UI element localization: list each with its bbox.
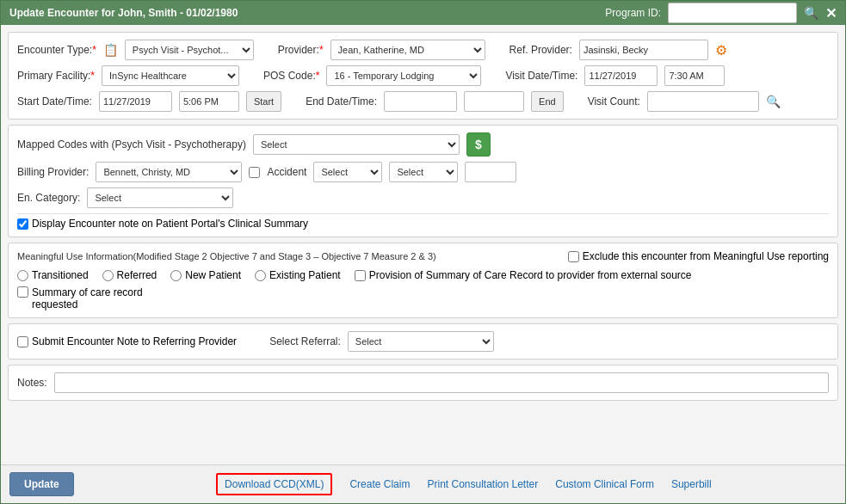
ref-provider-input[interactable] xyxy=(579,40,708,60)
accident-text-input[interactable] xyxy=(465,162,516,182)
exclude-checkbox-label[interactable]: Exclude this encounter from Meaningful U… xyxy=(568,250,829,262)
display-note-checkbox[interactable] xyxy=(17,218,28,230)
summary-care-checkbox-label[interactable] xyxy=(17,286,28,298)
billing-section: Mapped Codes with (Psych Visit - Psychot… xyxy=(8,125,838,237)
footer: Update Download CCD(XML) Create Claim Pr… xyxy=(1,464,845,503)
start-date-input[interactable] xyxy=(99,91,172,112)
exclude-label-text: Exclude this encounter from Meaningful U… xyxy=(583,250,829,262)
dollar-button[interactable]: $ xyxy=(466,132,491,157)
notes-label: Notes: xyxy=(17,377,47,389)
footer-links: Download CCD(XML) Create Claim Print Con… xyxy=(91,473,837,495)
summary-care-line1: Summary of care record xyxy=(32,286,143,298)
summary-care-text: Summary of care record requested xyxy=(32,286,143,310)
billing-provider-select[interactable]: Bennett, Christy, MD xyxy=(96,162,242,182)
visit-time-input[interactable] xyxy=(664,65,725,86)
start-time-input[interactable] xyxy=(179,91,239,112)
en-category-label: En. Category: xyxy=(17,192,80,204)
start-date-label: Start Date/Time: xyxy=(17,95,92,108)
create-claim-button[interactable]: Create Claim xyxy=(349,478,410,490)
new-patient-radio[interactable] xyxy=(170,270,182,281)
mapped-codes-select[interactable]: Select xyxy=(253,134,460,155)
row-2: Primary Facility:* InSync Healthcare POS… xyxy=(17,65,829,86)
title-bar: Update Encounter for John, Smith - 01/02… xyxy=(1,1,845,25)
end-date-input[interactable] xyxy=(384,91,457,112)
accident-checkbox[interactable] xyxy=(249,167,260,178)
row-3: Start Date/Time: Start End Date/Time: En… xyxy=(17,91,829,112)
pos-code-select[interactable]: 16 - Temporary Lodging xyxy=(326,65,481,86)
provision-checkbox[interactable] xyxy=(355,270,366,281)
primary-facility-select[interactable]: InSync Healthcare xyxy=(102,65,239,86)
meaningful-use-section: Meaningful Use Information(Modified Stag… xyxy=(8,243,838,318)
download-ccd-button[interactable]: Download CCD(XML) xyxy=(216,473,332,495)
referred-label: Referred xyxy=(117,269,157,281)
submit-note-checkbox-label[interactable]: Submit Encounter Note to Referring Provi… xyxy=(17,335,237,347)
mapped-codes-row: Mapped Codes with (Psych Visit - Psychot… xyxy=(17,132,829,157)
exclude-checkbox[interactable] xyxy=(568,251,579,262)
close-button[interactable]: ✕ xyxy=(825,5,837,22)
billing-row: Billing Provider: Bennett, Christy, MD A… xyxy=(17,162,829,182)
select-referral-label: Select Referral: xyxy=(269,335,341,347)
custom-clinical-button[interactable]: Custom Clinical Form xyxy=(555,478,654,490)
summary-care-row: Summary of care record requested xyxy=(17,286,829,310)
display-note-row: Display Encounter note on Patient Portal… xyxy=(17,218,829,230)
encounter-type-icon: 📋 xyxy=(103,43,118,57)
transitioned-radio[interactable] xyxy=(17,270,28,281)
meaningful-header: Meaningful Use Information(Modified Stag… xyxy=(17,250,829,262)
visit-count-label: Visit Count: xyxy=(588,95,640,108)
title-bar-right: Program ID: 🔍 ✕ xyxy=(605,3,837,23)
submit-note-label: Submit Encounter Note to Referring Provi… xyxy=(32,335,237,347)
accident-select-1[interactable]: Select xyxy=(313,162,382,182)
billing-provider-label: Billing Provider: xyxy=(17,166,89,178)
summary-care-checkbox[interactable] xyxy=(17,286,28,298)
window-title: Update Encounter for John, Smith - 01/02… xyxy=(9,7,238,19)
encounter-type-label: Encounter Type:* xyxy=(17,44,96,56)
provider-select[interactable]: Jean, Katherine, MD xyxy=(330,40,485,60)
end-button[interactable]: End xyxy=(531,91,564,112)
superbill-button[interactable]: Superbill xyxy=(671,478,712,490)
display-note-label: Display Encounter note on Patient Portal… xyxy=(32,218,308,230)
display-note-checkbox-label[interactable]: Display Encounter note on Patient Portal… xyxy=(17,218,308,230)
notes-input[interactable] xyxy=(54,372,829,393)
encounter-type-select[interactable]: Psych Visit - Psychot... xyxy=(125,40,254,60)
new-patient-radio-label[interactable]: New Patient xyxy=(170,269,241,281)
meaningful-use-title: Meaningful Use Information(Modified Stag… xyxy=(17,251,436,261)
transitioned-radio-label[interactable]: Transitioned xyxy=(17,269,89,281)
end-date-label: End Date/Time: xyxy=(306,95,377,108)
existing-patient-radio-label[interactable]: Existing Patient xyxy=(255,269,341,281)
program-id-input[interactable] xyxy=(668,3,797,23)
mapped-codes-label: Mapped Codes with (Psych Visit - Psychot… xyxy=(17,138,246,151)
accident-select-2[interactable]: Select xyxy=(389,162,458,182)
start-button[interactable]: Start xyxy=(246,91,281,112)
submit-referral-row: Submit Encounter Note to Referring Provi… xyxy=(17,331,829,352)
print-consultation-button[interactable]: Print Consultation Letter xyxy=(427,478,538,490)
referred-radio[interactable] xyxy=(102,270,114,281)
referred-radio-label[interactable]: Referred xyxy=(102,269,157,281)
summary-care-line2: requested xyxy=(32,298,143,310)
update-encounter-window: Update Encounter for John, Smith - 01/02… xyxy=(0,0,846,504)
program-id-search-button[interactable]: 🔍 xyxy=(804,6,818,20)
visit-count-input[interactable] xyxy=(647,91,759,112)
category-row: En. Category: Select xyxy=(17,187,829,208)
provider-label: Provider:* xyxy=(278,44,324,56)
en-category-select[interactable]: Select xyxy=(87,187,233,208)
visit-date-label: Visit Date/Time: xyxy=(505,70,577,82)
update-button[interactable]: Update xyxy=(9,472,74,496)
visit-count-search-button[interactable]: 🔍 xyxy=(766,95,781,108)
pos-code-label: POS Code:* xyxy=(263,70,319,82)
existing-patient-label: Existing Patient xyxy=(269,269,341,281)
visit-date-input[interactable] xyxy=(584,65,658,86)
referral-select[interactable]: Select xyxy=(348,331,494,352)
provision-label: Provision of Summary of Care Record to p… xyxy=(369,269,692,281)
encounter-fields-section: Encounter Type:* 📋 Psych Visit - Psychot… xyxy=(8,32,838,120)
transitioned-label: Transitioned xyxy=(32,269,89,281)
notes-section: Notes: xyxy=(8,365,838,401)
ref-provider-label: Ref. Provider: xyxy=(509,44,572,56)
end-time-input[interactable] xyxy=(464,91,524,112)
provision-checkbox-label[interactable]: Provision of Summary of Care Record to p… xyxy=(355,269,692,281)
existing-patient-radio[interactable] xyxy=(255,270,266,281)
gear-icon[interactable]: ⚙ xyxy=(715,42,727,58)
submit-note-checkbox[interactable] xyxy=(17,336,28,347)
program-id-label: Program ID: xyxy=(605,7,661,19)
submit-referral-section: Submit Encounter Note to Referring Provi… xyxy=(8,323,838,360)
new-patient-label: New Patient xyxy=(185,269,241,281)
